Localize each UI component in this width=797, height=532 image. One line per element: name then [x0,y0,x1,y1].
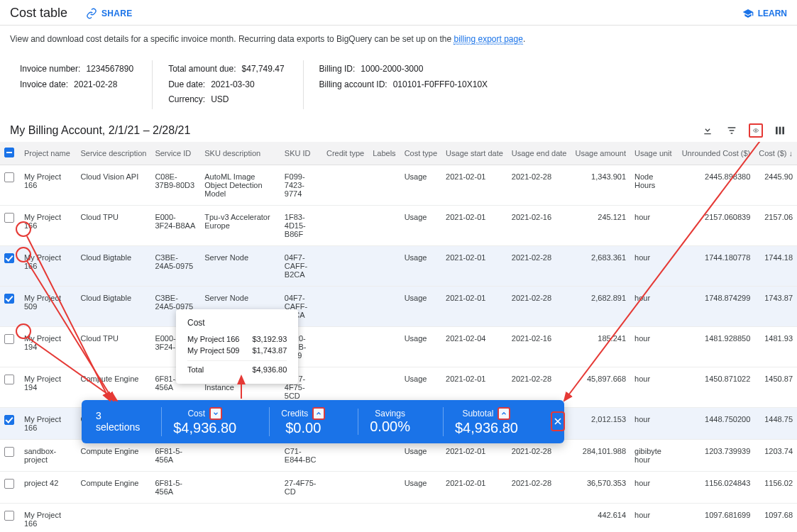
svg-point-0 [755,130,757,131]
col-usage-start[interactable]: Usage start date [441,142,507,165]
col-service-id[interactable]: Service ID [150,142,200,165]
svg-rect-3 [782,127,784,135]
table-row[interactable]: My Project 166 Cloud TPU E000-3F24-B8AA … [0,205,797,245]
table-row[interactable]: sandbox-project Compute Engine 6F81-5-45… [0,439,797,471]
row-checkbox[interactable] [4,294,14,304]
subtotal-chevron[interactable] [498,407,510,420]
account-range-title: My Billing Account, 2/1/21 – 2/28/21 [10,124,190,137]
table-row[interactable]: My Project 194 Cloud TPU E000-3F24-B8AA … [0,326,797,367]
selection-count: 3 selections [96,410,140,433]
col-usage-amount[interactable]: Usage amount [571,142,630,165]
visibility-icon[interactable] [749,123,763,138]
select-all-checkbox[interactable] [4,148,14,157]
col-sku-id[interactable]: SKU ID [280,142,322,165]
description: View and download cost details for a spe… [0,26,797,56]
cost-table: Project name Service description Service… [0,142,797,532]
col-sku-desc[interactable]: SKU description [200,142,280,165]
col-credit-type[interactable]: Credit type [322,142,368,165]
col-unrounded[interactable]: Unrounded Cost ($) [678,142,755,165]
selection-bar: 3 selections Cost $4,936.80 Credits $0.0… [82,400,564,443]
close-selection-button[interactable] [551,411,565,431]
row-checkbox[interactable] [4,447,14,457]
svg-rect-1 [776,127,778,135]
columns-icon[interactable] [773,123,787,138]
row-checkbox[interactable] [4,213,14,223]
row-checkbox[interactable] [4,172,14,182]
table-heading: My Billing Account, 2/1/21 – 2/28/21 [0,119,797,142]
col-usage-unit[interactable]: Usage unit [630,142,678,165]
graduation-icon [742,8,754,19]
table-row[interactable]: My Project 509 Cloud Bigtable C3BE-24A5-… [0,286,797,326]
col-project[interactable]: Project name [20,142,76,165]
col-cost[interactable]: Cost ($) ↓ [754,142,797,165]
row-checkbox[interactable] [4,334,14,344]
table-wrap: Project name Service description Service… [0,142,797,532]
download-icon[interactable] [700,123,715,138]
topbar: Cost table SHARE LEARN [0,0,797,26]
table-row[interactable]: project 42 Compute Engine 6F81-5-456A 27… [0,471,797,503]
invoice-meta: Invoice number:1234567890 Invoice date:2… [0,56,797,119]
row-checkbox[interactable] [4,375,14,384]
cost-chevron[interactable] [209,407,222,420]
filter-icon[interactable] [725,123,739,138]
table-row[interactable]: My Project 166 Cloud Bigtable C3BE-24A5-… [0,245,797,286]
table-row[interactable]: My Project 166 442.614 hour 1097.681699 … [0,503,797,532]
row-checkbox[interactable] [4,415,14,425]
billing-export-link[interactable]: billing export page [454,34,522,45]
col-service[interactable]: Service description [76,142,150,165]
cost-popover: Cost My Project 166$3,192.93My Project 5… [176,309,298,384]
table-row[interactable]: My Project 166 Cloud Vision API C08E-37B… [0,165,797,205]
learn-button[interactable]: LEARN [742,8,787,19]
share-button[interactable]: SHARE [86,8,133,19]
page-title: Cost table [10,6,67,21]
credits-chevron[interactable] [312,407,325,420]
row-checkbox[interactable] [4,253,14,263]
svg-rect-2 [779,127,781,135]
row-checkbox[interactable] [4,511,14,521]
col-cost-type[interactable]: Cost type [400,142,441,165]
row-checkbox[interactable] [4,479,14,489]
close-icon [552,416,564,427]
col-usage-end[interactable]: Usage end date [507,142,571,165]
link-icon [86,8,97,19]
col-labels[interactable]: Labels [368,142,400,165]
